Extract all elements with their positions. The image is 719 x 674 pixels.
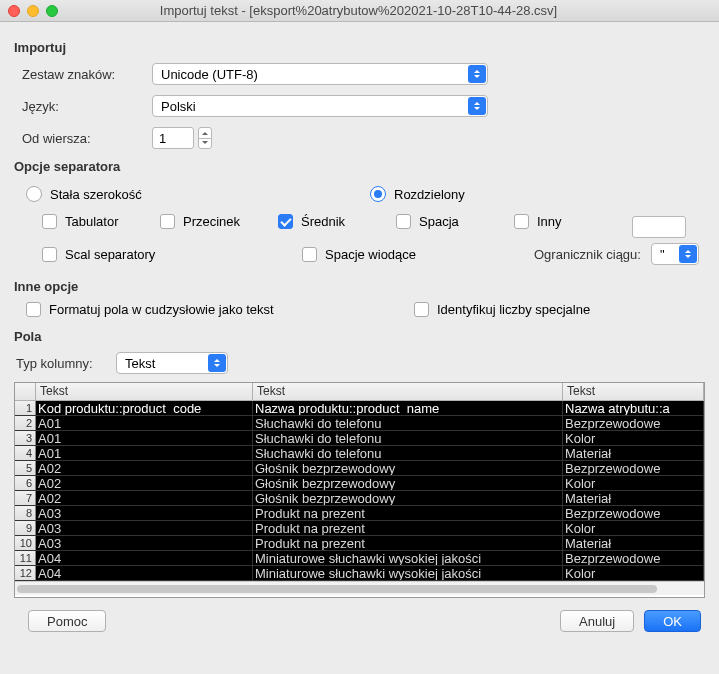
row-number: 1	[15, 401, 36, 415]
detect-special-checkbox[interactable]: Identyfikuj liczby specjalne	[414, 302, 590, 317]
cell: Nazwa atrybutu::a	[563, 401, 704, 415]
cell: Kolor	[563, 521, 704, 535]
cell: Głośnik bezprzewodowy	[253, 476, 563, 490]
language-select[interactable]: Polski	[152, 95, 488, 117]
radio-icon	[26, 186, 42, 202]
cell: A03	[36, 521, 253, 535]
column-header[interactable]: Tekst	[563, 383, 704, 400]
cell: Produkt na prezent	[253, 536, 563, 550]
cell: Bezprzewodowe	[563, 551, 704, 565]
checkbox-icon	[42, 247, 57, 262]
cell: Produkt na prezent	[253, 506, 563, 520]
table-row[interactable]: 5A02Głośnik bezprzewodowyBezprzewodowe	[15, 461, 704, 476]
other-checkbox[interactable]: Inny	[514, 214, 632, 229]
merge-separators-checkbox[interactable]: Scal separatory	[42, 247, 302, 262]
chevron-updown-icon	[208, 354, 226, 372]
space-checkbox[interactable]: Spacja	[396, 214, 514, 229]
horizontal-scrollbar[interactable]	[15, 581, 704, 595]
cell: A01	[36, 446, 253, 460]
cell: Słuchawki do telefonu	[253, 446, 563, 460]
zoom-icon[interactable]	[46, 5, 58, 17]
checkbox-icon	[42, 214, 57, 229]
ok-button[interactable]: OK	[644, 610, 701, 632]
comma-checkbox[interactable]: Przecinek	[160, 214, 278, 229]
row-number: 9	[15, 521, 36, 535]
language-label: Język:	[22, 99, 152, 114]
quote-value: "	[660, 247, 665, 262]
checkbox-icon	[396, 214, 411, 229]
chevron-updown-icon	[679, 245, 697, 263]
cell: Słuchawki do telefonu	[253, 416, 563, 430]
coltype-select[interactable]: Tekst	[116, 352, 228, 374]
table-row[interactable]: 6A02Głośnik bezprzewodowyKolor	[15, 476, 704, 491]
charset-select[interactable]: Unicode (UTF-8)	[152, 63, 488, 85]
fromrow-value: 1	[159, 131, 166, 146]
delimited-label: Rozdzielony	[394, 187, 465, 202]
preview-grid[interactable]: Tekst Tekst Tekst 1Kod produktu::product…	[14, 382, 705, 598]
cell: Miniaturowe słuchawki wysokiej jakości	[253, 551, 563, 565]
cell: A03	[36, 536, 253, 550]
format-quoted-checkbox[interactable]: Formatuj pola w cudzysłowie jako tekst	[26, 302, 406, 317]
tab-checkbox[interactable]: Tabulator	[42, 214, 160, 229]
fields-header: Pola	[14, 329, 705, 344]
coltype-label: Typ kolumny:	[16, 356, 116, 371]
cell: Bezprzewodowe	[563, 461, 704, 475]
window-title: Importuj tekst - [eksport%20atrybutow%20…	[66, 3, 711, 18]
charset-value: Unicode (UTF-8)	[161, 67, 258, 82]
table-row[interactable]: 8A03Produkt na prezentBezprzewodowe	[15, 506, 704, 521]
other-separator-input[interactable]	[632, 216, 686, 238]
quote-label: Ogranicznik ciągu:	[534, 247, 641, 262]
table-row[interactable]: 9A03Produkt na prezentKolor	[15, 521, 704, 536]
row-number: 10	[15, 536, 36, 550]
checkbox-icon	[514, 214, 529, 229]
quote-select[interactable]: "	[651, 243, 699, 265]
row-number: 5	[15, 461, 36, 475]
fromrow-input[interactable]: 1	[152, 127, 194, 149]
cell: Miniaturowe słuchawki wysokiej jakości	[253, 566, 563, 580]
delimited-option[interactable]: Rozdzielony	[370, 186, 465, 202]
import-header: Importuj	[14, 40, 705, 55]
table-row[interactable]: 2A01Słuchawki do telefonuBezprzewodowe	[15, 416, 704, 431]
leading-spaces-checkbox[interactable]: Spacje wiodące	[302, 247, 534, 262]
coltype-value: Tekst	[125, 356, 155, 371]
table-row[interactable]: 12A04Miniaturowe słuchawki wysokiej jako…	[15, 566, 704, 581]
cell: Bezprzewodowe	[563, 506, 704, 520]
fixed-label: Stała szerokość	[50, 187, 142, 202]
cell: Słuchawki do telefonu	[253, 431, 563, 445]
semicolon-checkbox[interactable]: Średnik	[278, 214, 396, 229]
titlebar: Importuj tekst - [eksport%20atrybutow%20…	[0, 0, 719, 22]
checkbox-icon	[278, 214, 293, 229]
row-number: 12	[15, 566, 36, 580]
radio-icon	[370, 186, 386, 202]
cell: A01	[36, 431, 253, 445]
chevron-updown-icon	[468, 65, 486, 83]
row-number: 6	[15, 476, 36, 490]
cell: A02	[36, 491, 253, 505]
column-header[interactable]: Tekst	[36, 383, 253, 400]
separator-header: Opcje separatora	[14, 159, 705, 174]
row-number: 2	[15, 416, 36, 430]
table-row[interactable]: 1Kod produktu::product_codeNazwa produkt…	[15, 401, 704, 416]
cancel-button[interactable]: Anuluj	[560, 610, 634, 632]
language-value: Polski	[161, 99, 196, 114]
checkbox-icon	[414, 302, 429, 317]
cell: A02	[36, 476, 253, 490]
table-row[interactable]: 11A04Miniaturowe słuchawki wysokiej jako…	[15, 551, 704, 566]
table-row[interactable]: 10A03Produkt na prezentMateriał	[15, 536, 704, 551]
fromrow-stepper[interactable]	[198, 127, 212, 149]
cell: Kolor	[563, 566, 704, 580]
cell: Materiał	[563, 536, 704, 550]
fixed-width-option[interactable]: Stała szerokość	[26, 186, 370, 202]
charset-label: Zestaw znaków:	[22, 67, 152, 82]
table-row[interactable]: 4A01Słuchawki do telefonuMateriał	[15, 446, 704, 461]
table-row[interactable]: 3A01Słuchawki do telefonuKolor	[15, 431, 704, 446]
scrollbar-thumb[interactable]	[17, 585, 657, 593]
close-icon[interactable]	[8, 5, 20, 17]
minimize-icon[interactable]	[27, 5, 39, 17]
cell: Kolor	[563, 476, 704, 490]
fromrow-label: Od wiersza:	[22, 131, 152, 146]
table-row[interactable]: 7A02Głośnik bezprzewodowyMateriał	[15, 491, 704, 506]
grid-header: Tekst Tekst Tekst	[15, 383, 704, 401]
help-button[interactable]: Pomoc	[28, 610, 106, 632]
column-header[interactable]: Tekst	[253, 383, 563, 400]
